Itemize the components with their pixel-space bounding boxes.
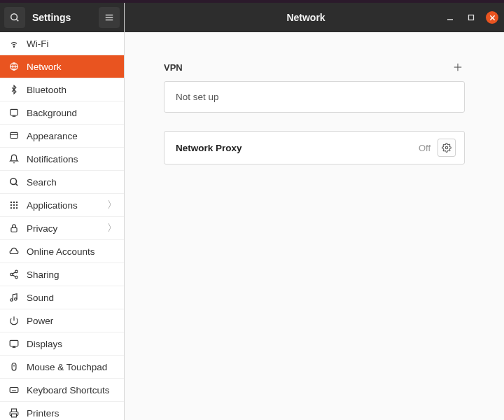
vpn-status-card: Not set up [164, 81, 465, 113]
vpn-status-text: Not set up [176, 92, 219, 102]
svg-rect-7 [10, 109, 18, 115]
sidebar-item-notifications[interactable]: Notifications [0, 148, 124, 171]
add-vpn-button[interactable] [451, 60, 465, 74]
page-title: Network [168, 12, 444, 23]
sidebar-item-search[interactable]: Search [0, 171, 124, 194]
titlebar: Network [125, 3, 504, 32]
svg-point-14 [13, 202, 15, 203]
chevron-right-icon: 〉 [107, 199, 117, 211]
hamburger-button[interactable] [99, 7, 120, 28]
sidebar-item-label: Network [27, 62, 117, 72]
sidebar-header: Settings [0, 3, 124, 32]
svg-point-23 [15, 270, 18, 273]
svg-point-19 [10, 207, 12, 209]
svg-rect-34 [12, 363, 16, 371]
maximize-button[interactable] [465, 11, 477, 24]
sidebar-list: Wi-FiNetworkBluetoothBackgroundAppearanc… [0, 32, 124, 420]
svg-point-13 [10, 202, 12, 203]
plus-icon [453, 62, 463, 72]
sidebar-item-label: Sound [27, 293, 117, 303]
privacy-icon [8, 223, 20, 234]
sidebar-item-label: Printers [27, 408, 117, 419]
vpn-section-header: VPN [164, 60, 465, 74]
sidebar-item-label: Mouse & Touchpad [27, 362, 117, 372]
svg-point-5 [13, 46, 14, 47]
sidebar: Settings Wi-FiNetworkBluetoothBackground… [0, 3, 125, 420]
sidebar-item-label: Background [27, 108, 117, 118]
search-icon [10, 13, 20, 22]
sidebar-item-power[interactable]: Power [0, 309, 124, 332]
sidebar-item-label: Applications [27, 200, 107, 211]
svg-rect-22 [11, 227, 17, 232]
window-controls [444, 11, 498, 24]
close-button[interactable] [486, 11, 498, 24]
minimize-icon [447, 14, 454, 21]
sidebar-item-label: Sharing [27, 270, 117, 280]
sidebar-item-keyboard-shortcuts[interactable]: Keyboard Shortcuts [0, 379, 124, 402]
svg-point-21 [16, 207, 18, 209]
sidebar-item-label: Wi-Fi [27, 38, 117, 49]
sidebar-item-label: Notifications [27, 154, 117, 164]
sidebar-item-privacy[interactable]: Privacy〉 [0, 217, 124, 240]
content-area: Network VPN [125, 3, 504, 420]
sidebar-item-online-accounts[interactable]: Online Accounts [0, 240, 124, 263]
sidebar-item-label: Online Accounts [27, 246, 117, 257]
printers-icon [8, 407, 20, 419]
settings-window: Settings Wi-FiNetworkBluetoothBackground… [0, 3, 504, 420]
sidebar-item-sound[interactable]: Sound [0, 286, 124, 309]
notifications-icon [8, 153, 20, 164]
svg-point-17 [13, 204, 15, 206]
proxy-row[interactable]: Network Proxy Off [164, 131, 465, 164]
minimize-button[interactable] [444, 11, 456, 24]
sidebar-item-label: Displays [27, 339, 117, 349]
mouse-touchpad-icon [8, 361, 20, 372]
gear-icon [442, 143, 451, 153]
sidebar-item-label: Bluetooth [27, 85, 117, 95]
displays-icon [8, 338, 20, 349]
wi-fi-icon [8, 38, 20, 49]
svg-point-16 [10, 204, 12, 206]
sound-icon [8, 292, 20, 303]
sidebar-item-background[interactable]: Background [0, 102, 124, 125]
sidebar-item-label: Search [27, 177, 117, 188]
sidebar-item-appearance[interactable]: Appearance [0, 125, 124, 148]
svg-point-20 [13, 207, 15, 209]
sidebar-item-network[interactable]: Network [0, 55, 124, 78]
keyboard-shortcuts-icon [8, 384, 20, 396]
appearance-icon [8, 130, 20, 141]
power-icon [8, 315, 20, 326]
sidebar-item-label: Keyboard Shortcuts [27, 385, 117, 396]
sidebar-item-bluetooth[interactable]: Bluetooth [0, 78, 124, 102]
sidebar-item-sharing[interactable]: Sharing [0, 263, 124, 286]
svg-rect-36 [10, 388, 18, 393]
svg-rect-42 [12, 414, 17, 417]
svg-line-1 [16, 19, 18, 21]
applications-icon [8, 200, 20, 211]
network-icon [8, 61, 20, 72]
maximize-icon [468, 14, 475, 21]
sidebar-item-label: Power [27, 316, 117, 326]
sidebar-item-label: Privacy [27, 223, 107, 234]
hamburger-icon [104, 13, 114, 22]
sidebar-item-label: Appearance [27, 131, 117, 141]
sidebar-item-mouse-touchpad[interactable]: Mouse & Touchpad [0, 356, 124, 379]
svg-point-29 [15, 298, 17, 301]
sidebar-item-applications[interactable]: Applications〉 [0, 194, 124, 217]
sidebar-item-displays[interactable]: Displays [0, 332, 124, 356]
sidebar-item-wi-fi[interactable]: Wi-Fi [0, 32, 124, 55]
svg-rect-44 [469, 15, 474, 20]
svg-point-24 [10, 273, 13, 276]
proxy-settings-button[interactable] [438, 139, 456, 157]
search-button[interactable] [4, 7, 25, 28]
svg-rect-31 [10, 340, 18, 346]
background-icon [8, 107, 20, 118]
sharing-icon [8, 269, 20, 280]
svg-rect-9 [10, 132, 18, 138]
sidebar-item-printers[interactable]: Printers [0, 402, 124, 420]
sidebar-title: Settings [32, 12, 99, 23]
online-accounts-icon [8, 246, 20, 257]
proxy-label: Network Proxy [176, 143, 419, 153]
svg-point-25 [15, 276, 18, 279]
bluetooth-icon [8, 84, 20, 95]
close-icon [489, 15, 496, 21]
